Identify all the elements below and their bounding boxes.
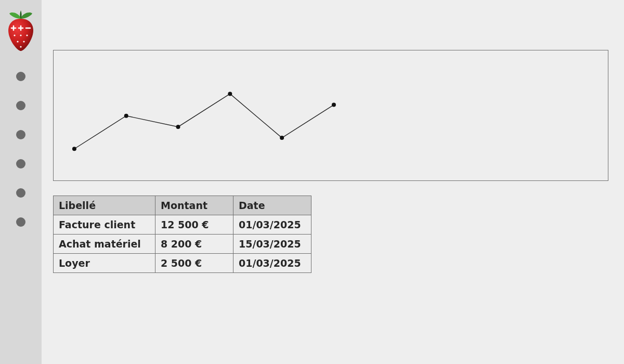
transactions-table: Libellé Montant Date Facture client 12 5…	[53, 196, 311, 273]
trend-chart	[53, 50, 608, 181]
sidebar-nav-5[interactable]	[16, 188, 25, 198]
svg-point-5	[14, 34, 15, 36]
cell-libelle: Achat matériel	[54, 235, 155, 254]
cell-date: 15/03/2025	[233, 235, 311, 254]
svg-point-12	[124, 114, 128, 118]
svg-point-10	[20, 46, 21, 47]
cell-montant: 12 500 €	[155, 215, 233, 235]
svg-point-16	[332, 103, 336, 107]
table-header-row: Libellé Montant Date	[54, 196, 311, 215]
table-row[interactable]: Loyer 2 500 € 01/03/2025	[54, 254, 311, 273]
cell-libelle: Facture client	[54, 215, 155, 235]
cell-date: 01/03/2025	[233, 254, 311, 273]
svg-point-8	[17, 41, 18, 42]
col-date: Date	[233, 196, 311, 215]
cell-libelle: Loyer	[54, 254, 155, 273]
sidebar-nav-4[interactable]	[16, 159, 25, 168]
sidebar-nav-3[interactable]	[16, 130, 25, 139]
sidebar-nav-6[interactable]	[16, 217, 25, 227]
cell-date: 01/03/2025	[233, 215, 311, 235]
svg-point-11	[72, 147, 76, 151]
table-row[interactable]: Facture client 12 500 € 01/03/2025	[54, 215, 311, 235]
svg-point-9	[23, 41, 24, 42]
svg-point-14	[228, 92, 232, 96]
sidebar-nav-1[interactable]	[16, 72, 25, 81]
sidebar	[0, 0, 42, 364]
svg-point-6	[20, 34, 21, 36]
app-logo[interactable]	[4, 9, 37, 52]
col-montant: Montant	[155, 196, 233, 215]
main-content: Libellé Montant Date Facture client 12 5…	[42, 0, 624, 364]
table-row[interactable]: Achat matériel 8 200 € 15/03/2025	[54, 235, 311, 254]
sidebar-nav-2[interactable]	[16, 101, 25, 110]
col-libelle: Libellé	[54, 196, 155, 215]
svg-point-15	[280, 136, 284, 140]
svg-point-7	[26, 34, 28, 36]
svg-point-13	[176, 125, 180, 129]
cell-montant: 2 500 €	[155, 254, 233, 273]
cell-montant: 8 200 €	[155, 235, 233, 254]
